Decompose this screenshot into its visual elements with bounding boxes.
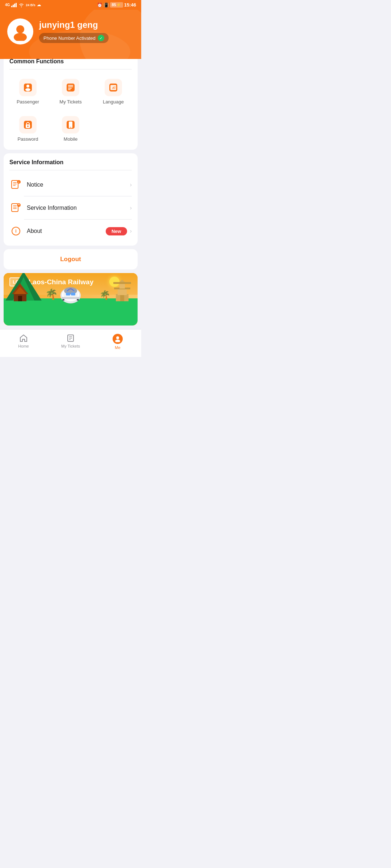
function-mobile[interactable]: Mobile bbox=[49, 112, 92, 147]
verified-badge: Phone Number Activated ✓ bbox=[39, 33, 109, 43]
svg-rect-49 bbox=[71, 293, 75, 295]
notice-icon: ! bbox=[9, 178, 22, 191]
function-language[interactable]: A 文 Language bbox=[92, 75, 135, 110]
function-password[interactable]: Password bbox=[7, 112, 49, 147]
service-info-label: Service Information bbox=[27, 205, 130, 211]
new-badge: New bbox=[106, 227, 127, 235]
svg-rect-54 bbox=[118, 289, 127, 295]
svg-rect-1 bbox=[13, 5, 14, 7]
time-display: 15:46 bbox=[124, 2, 136, 8]
vibrate-icon: 📳 bbox=[104, 3, 109, 8]
svg-text:!: ! bbox=[18, 181, 19, 184]
main-content: Common Functions Passenger bbox=[0, 52, 141, 326]
me-label: Me bbox=[115, 345, 120, 350]
svg-rect-10 bbox=[67, 84, 75, 92]
about-icon: i bbox=[9, 225, 22, 238]
common-functions-card: Common Functions Passenger bbox=[4, 52, 138, 150]
svg-rect-27 bbox=[13, 184, 17, 184]
svg-rect-0 bbox=[11, 6, 12, 7]
service-list: ! Notice › Servi bbox=[4, 170, 138, 246]
function-passenger[interactable]: Passenger bbox=[7, 75, 49, 110]
svg-point-65 bbox=[115, 340, 120, 342]
service-information-card: Service Information ! Notice › bbox=[4, 153, 138, 246]
banner-monument bbox=[112, 280, 132, 303]
palm-left: 🌴 bbox=[45, 288, 58, 300]
banner-train bbox=[58, 285, 83, 307]
my-tickets-label: My Tickets bbox=[59, 99, 81, 105]
functions-grid: Passenger My Tickets bbox=[4, 69, 138, 112]
service-info-icon bbox=[9, 201, 22, 214]
mobile-label: Mobile bbox=[64, 136, 77, 142]
bottom-nav: Home My Tickets Me bbox=[0, 329, 141, 357]
svg-point-8 bbox=[26, 85, 29, 88]
svg-marker-58 bbox=[119, 280, 125, 282]
logout-card[interactable]: Logout bbox=[4, 249, 138, 269]
profile-info: junying1 geng Phone Number Activated ✓ bbox=[39, 20, 109, 43]
svg-rect-14 bbox=[68, 89, 71, 90]
check-icon: ✓ bbox=[98, 35, 104, 41]
status-bar: 4G 24 B/s ☁ ⏰ 📳 85⚡ 15:46 bbox=[0, 0, 141, 10]
svg-rect-34 bbox=[13, 208, 17, 209]
svg-rect-32 bbox=[13, 205, 17, 206]
svg-point-5 bbox=[14, 33, 27, 41]
about-chevron: › bbox=[130, 228, 132, 234]
passenger-icon-wrap bbox=[19, 79, 37, 96]
svg-rect-11 bbox=[68, 85, 73, 86]
signal-icon bbox=[11, 3, 17, 7]
nav-my-tickets[interactable]: My Tickets bbox=[47, 332, 94, 351]
nav-me[interactable]: Me bbox=[94, 332, 141, 351]
svg-rect-13 bbox=[68, 88, 72, 89]
alarm-icon: ⏰ bbox=[97, 3, 102, 8]
passenger-label: Passenger bbox=[17, 99, 39, 105]
svg-text:文: 文 bbox=[114, 86, 116, 89]
svg-point-64 bbox=[116, 336, 119, 339]
network-indicator: 4G bbox=[5, 3, 10, 7]
svg-rect-2 bbox=[14, 4, 15, 7]
service-item-about[interactable]: i About New › bbox=[4, 220, 138, 243]
my-tickets-nav-icon bbox=[66, 334, 75, 342]
home-label: Home bbox=[18, 344, 29, 348]
svg-point-4 bbox=[16, 25, 24, 33]
about-label: About bbox=[27, 228, 106, 234]
svg-point-21 bbox=[27, 125, 29, 127]
svg-rect-48 bbox=[66, 293, 70, 295]
svg-rect-57 bbox=[113, 282, 131, 284]
avatar[interactable] bbox=[7, 18, 33, 44]
banner-background: LCR Laos-China Railway bbox=[4, 273, 138, 326]
functions-row2: Password Mobile bbox=[4, 112, 138, 150]
service-item-notice[interactable]: ! Notice › bbox=[4, 173, 138, 196]
svg-rect-43 bbox=[18, 296, 22, 301]
language-label: Language bbox=[103, 99, 124, 105]
svg-rect-51 bbox=[62, 299, 64, 301]
nav-home[interactable]: Home bbox=[0, 332, 47, 351]
svg-rect-33 bbox=[13, 207, 17, 208]
svg-rect-59 bbox=[120, 295, 124, 301]
function-my-tickets[interactable]: My Tickets bbox=[49, 75, 92, 110]
mobile-icon-wrap bbox=[62, 116, 79, 133]
battery-indicator: 85⚡ bbox=[110, 2, 123, 8]
status-left: 4G 24 B/s ☁ bbox=[5, 3, 41, 7]
me-avatar bbox=[113, 334, 123, 344]
palm-right: 🌴 bbox=[100, 290, 110, 300]
service-item-info[interactable]: Service Information › bbox=[4, 196, 138, 220]
notice-chevron: › bbox=[130, 182, 132, 188]
svg-rect-28 bbox=[13, 185, 16, 186]
my-tickets-icon-wrap bbox=[62, 79, 79, 96]
password-label: Password bbox=[17, 136, 38, 142]
notice-label: Notice bbox=[27, 182, 130, 188]
service-information-title: Service Information bbox=[4, 153, 138, 170]
profile-header: junying1 geng Phone Number Activated ✓ bbox=[0, 10, 141, 59]
password-icon-wrap bbox=[19, 116, 37, 133]
wifi-icon bbox=[18, 3, 24, 7]
svg-point-9 bbox=[25, 88, 30, 91]
lcr-banner[interactable]: LCR Laos-China Railway bbox=[4, 273, 138, 326]
svg-rect-56 bbox=[119, 283, 125, 289]
svg-rect-24 bbox=[70, 127, 71, 128]
svg-text:i: i bbox=[15, 229, 16, 234]
svg-point-35 bbox=[17, 203, 21, 207]
username: junying1 geng bbox=[39, 20, 109, 30]
svg-rect-26 bbox=[13, 182, 17, 183]
status-right: ⏰ 📳 85⚡ 15:46 bbox=[97, 2, 136, 8]
logout-button[interactable]: Logout bbox=[60, 256, 81, 263]
verified-label: Phone Number Activated bbox=[43, 35, 96, 41]
